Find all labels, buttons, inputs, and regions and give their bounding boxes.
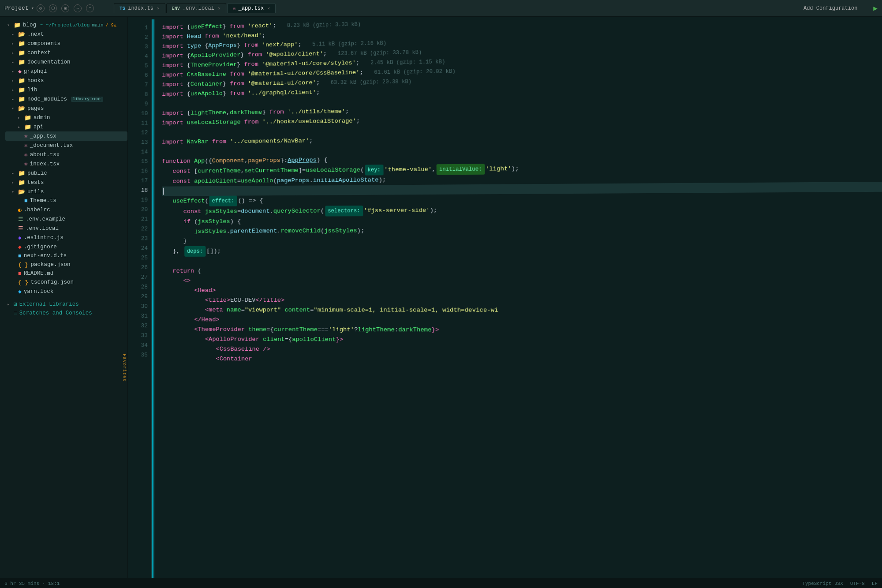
tab-app-tsx[interactable]: ⚛ _app.tsx ✕ [227,3,276,13]
run-icon[interactable]: ▶ [873,4,878,13]
tree-item-node-modules[interactable]: ▸ 📁 node_modules library root [5,94,127,104]
badge-effect: effect: [209,196,237,206]
prop: pageProps [277,176,310,186]
jsx-attr: name [227,305,241,315]
tree-label: _app.tsx [30,133,56,139]
tree-item-package-json[interactable]: { } package.json [5,260,127,269]
tab-index-ts[interactable]: TS index.ts ✕ [114,3,165,13]
tree-item-api[interactable]: ▸ 📁 api [5,122,127,131]
brace: } [262,108,265,117]
minimize-icon[interactable]: − [86,4,94,12]
expand-arrow: ▾ [7,22,11,28]
ts-icon: TS [120,6,125,11]
tree-label: components [27,41,60,47]
code-content[interactable]: import { useEffect } from 'react' ; 8.23… [155,17,882,578]
tree-item-public[interactable]: ▸ 📁 public [5,169,127,178]
tree-item-env-example[interactable]: ☰ .env.example [5,214,127,224]
ts-file-icon: ■ [24,198,28,204]
line-num-14: 14 [130,147,148,157]
folder-icon: 📁 [24,114,31,121]
tree-item-pages[interactable]: ▾ 📂 pages [5,104,127,113]
line-num-6: 6 [130,71,148,80]
tree-item-theme-ts[interactable]: ■ Theme.ts [5,196,127,205]
brace: { [187,109,191,118]
equals: = [237,176,241,186]
project-arrow[interactable]: ▾ [31,5,34,11]
paren: ( [205,196,209,206]
settings-icon[interactable]: ⚙ [37,4,45,12]
tree-item-env-local[interactable]: ☰ .env.local [5,224,127,233]
tree-item-next-env[interactable]: ■ next-env.d.ts [5,251,127,260]
string: '@material-ui/core/styles' [262,58,356,69]
keyword: import [162,22,183,32]
dot: . [227,227,230,236]
tree-item-lib[interactable]: ▸ 📁 lib [5,85,127,94]
tab-close-icon[interactable]: ✕ [267,6,270,11]
tree-item-components[interactable]: ▸ 📁 components [5,39,127,48]
tab-close-icon[interactable]: ✕ [157,6,160,11]
md-icon: ■ [18,270,22,277]
add-configuration[interactable]: Add Configuration [804,5,857,11]
tree-label: api [34,124,44,130]
param: Component [212,156,244,166]
tree-label: utils [27,189,44,195]
tsx-file-icon: ⚛ [24,133,28,140]
keyword: if [183,217,191,227]
tree-item-context[interactable]: ▸ 📁 context [5,48,127,57]
identifier: useApollo [191,89,223,99]
code-view[interactable]: 1 2 3 4 5 6 7 8 9 10 11 12 13 14 15 16 1 [128,17,882,578]
tree-item-scratches[interactable]: ≡ Scratches and Consoles [5,309,127,318]
param: pageProps [248,156,280,166]
folder-icon: 📁 [18,96,25,103]
tree-label: graphql [24,68,47,75]
tree-item-next[interactable]: ▸ 📂 .next [5,30,127,39]
keyword: import [162,90,183,99]
tree-item-tests[interactable]: ▸ 📁 tests [5,178,127,187]
folder-icon: 📂 [18,31,25,38]
tree-item-babelrc[interactable]: ◐ .babelrc [5,205,127,214]
tab-close-icon[interactable]: ✕ [218,6,220,11]
maximize-icon[interactable]: ⬡ [49,4,57,12]
function-call: removeChild [280,226,321,236]
tree-item-external-libs[interactable]: ▸ ⊞ External Libraries [5,300,127,309]
tree-item-yarn-lock[interactable]: ◆ yarn.lock [5,287,127,296]
tree-item-tsconfig[interactable]: { } tsconfig.json [5,278,127,287]
tree-label: yarn.lock [24,288,54,295]
tree-label: .babelrc [24,207,50,213]
tree-item-readme[interactable]: ■ README.md [5,269,127,278]
tree-item-utils[interactable]: ▾ 📂 utils [5,187,127,196]
layout-icon[interactable]: ▣ [61,4,69,12]
tree-item-hooks[interactable]: ▸ 📁 hooks [5,76,127,85]
folder-icon: 📁 [24,124,31,131]
semicolon: ; [273,21,276,31]
expand-arrow: ▸ [18,115,22,120]
tree-item-graphql[interactable]: ▸ ◆ graphql [5,67,127,76]
from-keyword: from [230,69,244,79]
tab-env-local[interactable]: ENV .env.local ✕ [166,3,226,13]
tab-label: index.ts [128,5,153,11]
menu-icon[interactable]: ⋯ [74,4,82,12]
tree-label: public [27,170,47,176]
tree-item-index-tsx[interactable]: ⚛ index.tsx [5,159,127,169]
tsx-file-icon: ⚛ [24,151,28,158]
expand-arrow: ▸ [11,60,16,65]
tree-item-about-tsx[interactable]: ⚛ about.tsx [5,150,127,159]
tree-item-app-tsx[interactable]: ⚛ _app.tsx [5,131,127,141]
identifier: CssBaseline [187,70,226,80]
expand-arrow: ▾ [11,189,16,195]
tree-item-eslintrc[interactable]: ◆ .eslintrc.js [5,233,127,242]
code-container: 1 2 3 4 5 6 7 8 9 10 11 12 13 14 15 16 1 [128,17,882,578]
library-root-badge: library root [71,97,103,102]
ternary: : [395,325,399,335]
cursor [163,188,164,195]
tree-item-documentation[interactable]: ▸ 📁 documentation [5,57,127,67]
code-line-25 [162,255,882,266]
tree-label: Theme.ts [30,198,56,204]
folder-icon: 📂 [18,188,25,195]
tree-item-blog[interactable]: ▾ 📁 blog ~ ~/Projects/blog main / 9△ [5,20,127,30]
tree-item-document-tsx[interactable]: ⚛ _document.tsx [5,141,127,150]
equals: ={ [285,335,292,345]
jsx-tag: <Head> [194,286,216,296]
tree-item-gitignore[interactable]: ◆ .gitignore [5,242,127,251]
tree-item-admin[interactable]: ▸ 📁 admin [5,113,127,122]
